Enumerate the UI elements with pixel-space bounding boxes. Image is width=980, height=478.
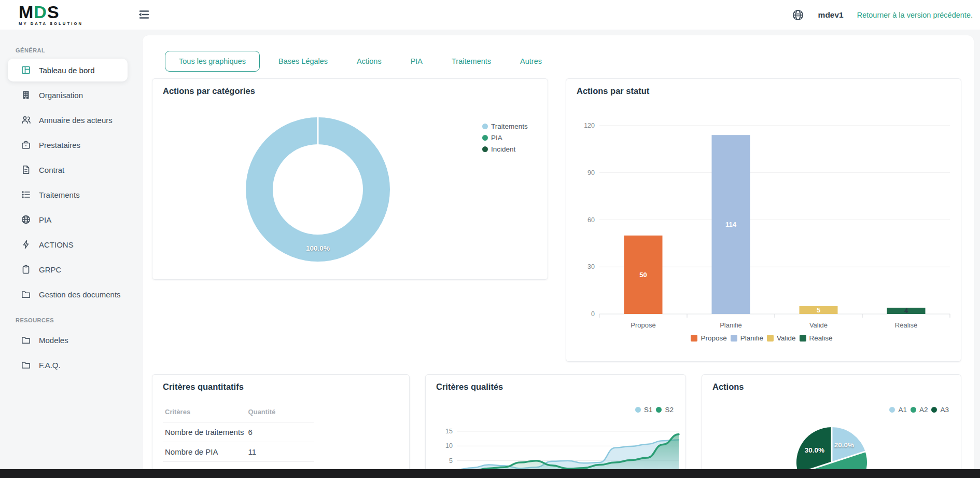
sidebar-item-pia[interactable]: PIA — [8, 208, 128, 231]
sidebar-item-prestataires[interactable]: Prestataires — [8, 133, 128, 156]
tab-autres[interactable]: Autres — [510, 51, 552, 71]
legend-item[interactable]: Validé — [767, 334, 796, 342]
criteria-label: Nombre de PIA — [163, 442, 246, 462]
line-chart: 051015 — [426, 375, 687, 478]
legend-item[interactable]: Traitements — [482, 122, 528, 130]
legend-swatch — [931, 407, 937, 413]
pie-chart: 20.0%30.0% — [702, 375, 962, 478]
donut-slice — [259, 131, 376, 248]
logo-text: MDS — [19, 3, 83, 21]
main-panel: Tous les graphiques Bases Légales Action… — [143, 35, 974, 478]
bottom-dark-strip — [0, 469, 980, 478]
sidebar-item-tableau-de-bord[interactable]: Tableau de bord — [8, 59, 128, 81]
tab-traitements[interactable]: Traitements — [441, 51, 501, 71]
folder-icon — [21, 360, 31, 370]
sidebar-item-label: ACTIONS — [39, 240, 74, 249]
tab-pia[interactable]: PIA — [400, 51, 433, 71]
sidebar-item-modeles[interactable]: Modeles — [8, 329, 128, 351]
legend-label: S2 — [665, 406, 674, 414]
sidebar-item-faq[interactable]: F.A.Q. — [8, 353, 128, 376]
sidebar-item-annuaire-des-acteurs[interactable]: Annuaire des acteurs — [8, 108, 128, 131]
legend-item[interactable]: S2 — [656, 406, 674, 414]
sidebar-item-label: Modeles — [39, 336, 68, 345]
y-tick-label: 5 — [449, 457, 453, 465]
column-header-quantite: Quantité — [246, 402, 314, 422]
legend-swatch — [482, 146, 488, 152]
legend-label: Incident — [491, 145, 515, 153]
tab-actions[interactable]: Actions — [346, 51, 392, 71]
y-tick-label: 10 — [445, 442, 453, 449]
legend-label: PIA — [491, 134, 502, 142]
sidebar-item-label: Annuaire des acteurs — [39, 116, 113, 125]
line-legend: S1S2 — [635, 406, 677, 417]
folder-icon — [21, 335, 31, 345]
column-header-criteres: Critères — [163, 402, 246, 422]
legend-swatch — [911, 407, 916, 413]
file-icon — [21, 165, 31, 175]
app-root: MDS MY DATA SOLUTION — [0, 0, 980, 478]
legend-item[interactable]: S1 — [635, 406, 653, 414]
y-tick-label: 60 — [587, 216, 595, 224]
legend-item[interactable]: Proposé — [691, 334, 726, 342]
table-header-row: Critères Quantité — [163, 402, 314, 422]
criteria-value: 11 — [246, 442, 314, 462]
legend-label: Validé — [777, 334, 796, 342]
sidebar-item-organisation[interactable]: Organisation — [8, 84, 128, 106]
legend-swatch — [731, 335, 737, 342]
pie-legend: A1A2A3 — [889, 406, 953, 417]
legend-item[interactable]: A1 — [889, 406, 907, 414]
briefcase-icon — [21, 140, 31, 150]
card-actions-pie: Actions 20.0%30.0% A1A2A3 — [702, 374, 961, 478]
sidebar-item-contrat[interactable]: Contrat — [8, 158, 128, 181]
menu-fold-icon[interactable] — [136, 7, 151, 22]
legend-item[interactable]: Réalisé — [800, 334, 833, 342]
sidebar-item-label: Gestion des documents — [39, 290, 121, 299]
slice-value-label: 30.0% — [805, 446, 824, 454]
legend-item[interactable]: PIA — [482, 134, 528, 142]
back-to-previous-version-link[interactable]: Retourner à la version précédente. — [857, 11, 973, 19]
tab-tous-les-graphiques[interactable]: Tous les graphiques — [165, 51, 260, 72]
building-icon — [21, 90, 31, 100]
globe-icon[interactable] — [791, 8, 805, 22]
bar-value-label: 50 — [639, 271, 647, 279]
card-criteres-quantitatifs: Critères quantitatifs Critères Quantité … — [152, 374, 410, 478]
legend-item[interactable]: Planifié — [731, 334, 763, 342]
sidebar-item-gestion-des-documents[interactable]: Gestion des documents — [8, 283, 128, 306]
sidebar-item-label: Contrat — [39, 166, 64, 174]
y-tick-label: 30 — [587, 263, 595, 270]
people-icon — [21, 115, 31, 125]
card-criteres-qualites: Critères qualités 051015 S1S2 — [425, 374, 686, 478]
x-category-label: Réalisé — [895, 321, 917, 329]
bar-legend: ProposéPlanifiéValidéRéalisé — [566, 334, 961, 346]
sidebar-item-traitements[interactable]: Traitements — [8, 183, 128, 206]
bolt-icon — [21, 239, 31, 250]
logo-letter-d: D — [34, 2, 47, 22]
slice-value-label: 20.0% — [834, 441, 854, 449]
bar-chart: 030609012050Proposé114Planifié5Validé4Ré… — [566, 79, 962, 362]
top-header: MDS MY DATA SOLUTION — [0, 0, 980, 30]
y-tick-label: 0 — [591, 310, 595, 318]
legend-swatch — [767, 335, 774, 342]
legend-item[interactable]: A3 — [931, 406, 949, 414]
legend-item[interactable]: Incident — [482, 145, 528, 153]
table-row[interactable]: Nombre de traitements 6 — [163, 422, 314, 442]
x-category-label: Planifié — [720, 321, 742, 329]
bar-value-label: 114 — [725, 221, 737, 228]
mds-logo[interactable]: MDS MY DATA SOLUTION — [19, 3, 83, 26]
sidebar-item-grpc[interactable]: GRPC — [8, 258, 128, 281]
sidebar-item-actions[interactable]: ACTIONS — [8, 233, 128, 256]
username[interactable]: mdev1 — [818, 10, 844, 20]
sidebar: GÉNÉRAL Tableau de bord — [0, 30, 135, 478]
y-tick-label: 90 — [587, 169, 595, 176]
folder-icon — [21, 289, 31, 299]
sidebar-item-label: F.A.Q. — [39, 361, 61, 370]
dashboard-icon — [21, 65, 31, 75]
legend-label: A3 — [940, 406, 949, 414]
legend-label: S1 — [644, 406, 653, 414]
sidebar-item-label: PIA — [39, 215, 51, 224]
legend-item[interactable]: A2 — [911, 406, 928, 414]
table-row[interactable]: Nombre de PIA 11 — [163, 442, 314, 462]
criteria-table: Critères Quantité Nombre de traitements … — [163, 402, 314, 462]
tab-bases-legales[interactable]: Bases Légales — [268, 51, 338, 71]
criteria-label: Nombre de traitements — [163, 422, 246, 442]
